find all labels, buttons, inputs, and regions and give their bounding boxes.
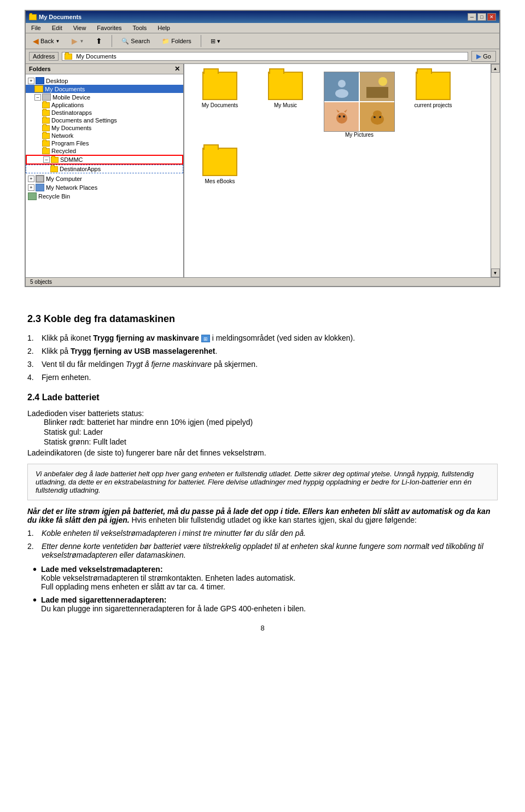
- note-box: Vi anbefaler deg å lade batteriet helt o…: [27, 464, 498, 500]
- close-button[interactable]: ✕: [487, 13, 496, 21]
- menu-file[interactable]: File: [29, 24, 43, 32]
- page-number: 8: [27, 624, 498, 632]
- numbered2-text-2: Etter denne korte ventetiden bør batteri…: [42, 542, 498, 559]
- file-item-current-projects[interactable]: current projects: [403, 69, 463, 140]
- address-input[interactable]: My Documents: [62, 52, 468, 61]
- battery-item-2: Statisk gul: Lader: [44, 428, 498, 436]
- tree-item-applications[interactable]: Applications: [26, 101, 183, 109]
- back-dropdown-icon[interactable]: ▼: [55, 39, 60, 44]
- warning-text: Når det er lite strøm igjen på batteriet…: [27, 507, 498, 524]
- address-bar: Address My Documents ▶ Go: [26, 49, 499, 64]
- tree-item-docs-settings[interactable]: Documents and Settings: [26, 116, 183, 124]
- toolbar-separator-1: [112, 35, 112, 47]
- go-button[interactable]: ▶ Go: [471, 51, 496, 62]
- tree-item-mobile-device[interactable]: – Mobile Device: [26, 93, 183, 101]
- svg-rect-4: [366, 87, 388, 98]
- step-4-text: Fjern enheten.: [42, 373, 91, 382]
- scroll-track: [491, 73, 500, 268]
- tree-item-my-documents-sub[interactable]: My Documents: [26, 124, 183, 132]
- bullet-title-2: Lade med sigarettenneradapteren:: [41, 595, 167, 604]
- menu-edit[interactable]: Edit: [50, 24, 65, 32]
- search-button[interactable]: 🔍 Search: [118, 36, 154, 46]
- maximize-button[interactable]: □: [477, 13, 486, 21]
- bullet-content-2: Lade med sigarettenneradapteren: Du kan …: [41, 595, 498, 613]
- my-documents-sub-icon: [42, 125, 50, 131]
- tree-item-sdmmc[interactable]: – SDMMC: [26, 155, 183, 165]
- svg-point-7: [336, 113, 347, 124]
- scroll-up-button[interactable]: ▲: [491, 64, 500, 73]
- svg-point-9: [343, 115, 345, 118]
- forward-button[interactable]: ▶ ▼: [68, 35, 88, 47]
- folders-panel: Folders ✕ + Desktop My Documents –: [26, 64, 184, 277]
- photo-cell-2: [360, 72, 394, 101]
- my-pictures-label: My Pictures: [345, 132, 374, 138]
- battery-note: Ladeindikatoren (de siste to) fungerer b…: [27, 448, 498, 457]
- menu-favorites[interactable]: Favorites: [95, 24, 124, 32]
- forward-dropdown-icon[interactable]: ▼: [79, 39, 84, 44]
- folders-button[interactable]: 📁 Folders: [158, 36, 195, 46]
- bullet-dot-2: •: [33, 594, 37, 605]
- step-2-num: 2.: [27, 347, 37, 355]
- status-text: 5 objects: [30, 279, 52, 285]
- menu-help[interactable]: Help: [155, 24, 172, 32]
- expand-computer-icon[interactable]: +: [28, 176, 34, 182]
- expand-sdmmc-icon[interactable]: –: [43, 156, 50, 163]
- doc-content: 2.3 Koble deg fra datamaskinen 1. Klikk …: [0, 297, 525, 649]
- expand-desktop-icon[interactable]: +: [28, 78, 34, 84]
- tree-item-network-places[interactable]: + My Network Places: [26, 183, 183, 192]
- step-3-num: 3.: [27, 360, 37, 369]
- expand-mobile-icon[interactable]: –: [34, 94, 41, 101]
- menu-view[interactable]: View: [71, 24, 89, 32]
- minimize-button[interactable]: ─: [468, 13, 476, 21]
- my-music-label: My Music: [274, 102, 297, 108]
- my-documents-label: My Documents: [202, 102, 238, 108]
- page-number-value: 8: [260, 624, 264, 632]
- tree-item-program-files[interactable]: Program Files: [26, 139, 183, 147]
- section-title-2-3: 2.3 Koble deg fra datamaskinen: [27, 313, 498, 325]
- tree-item-recycle-bin[interactable]: Recycle Bin: [26, 192, 183, 201]
- folders-tree: + Desktop My Documents – Mobile Device: [26, 74, 183, 277]
- numbered2-num-2: 2.: [27, 542, 37, 559]
- file-item-my-documents[interactable]: My Documents: [190, 69, 250, 140]
- section-title-2-4: 2.4 Lade batteriet: [27, 393, 498, 402]
- step-3-text: Vent til du får meldingen Trygt å fjerne…: [42, 360, 258, 369]
- views-button[interactable]: ⊞ ▾: [207, 36, 224, 46]
- battery-item-3: Statisk grønn: Fullt ladet: [44, 437, 498, 446]
- warning-normal: Hvis enheten blir fullstendig utladet og…: [132, 516, 417, 524]
- expand-network-icon[interactable]: +: [28, 184, 34, 191]
- tree-item-destinatorapps[interactable]: Destinatorapps: [26, 109, 183, 116]
- menu-bar: File Edit View Favorites Tools Help: [26, 23, 499, 33]
- back-button[interactable]: ◀ Back ▼: [29, 35, 63, 47]
- menu-tools[interactable]: Tools: [131, 24, 149, 32]
- up-button[interactable]: ⬆: [92, 35, 106, 47]
- tree-item-network[interactable]: Network: [26, 132, 183, 139]
- tree-item-recycled[interactable]: Recycled: [26, 147, 183, 155]
- svg-point-1: [338, 80, 346, 87]
- tree-item-desktop[interactable]: + Desktop: [26, 77, 183, 85]
- numbered2-num-1: 1.: [27, 529, 37, 538]
- file-item-mes-ebooks[interactable]: Mes eBooks: [190, 145, 250, 186]
- file-item-my-music[interactable]: My Music: [255, 69, 316, 140]
- tree-item-destinatorapps-sub[interactable]: DestinatorApps: [26, 165, 183, 173]
- go-arrow-icon: ▶: [476, 52, 481, 60]
- address-label: Address: [29, 52, 59, 61]
- files-scrollbar: ▲ ▼: [491, 64, 499, 277]
- title-bar-left: My Documents: [29, 14, 81, 20]
- back-arrow-icon: ◀: [33, 37, 39, 45]
- folders-panel-title: Folders: [29, 66, 51, 72]
- tree-item-my-documents[interactable]: My Documents: [26, 85, 183, 93]
- search-label: Search: [131, 38, 150, 44]
- window-icon: [29, 14, 37, 20]
- address-value: My Documents: [76, 53, 116, 60]
- current-projects-folder-icon: [416, 72, 451, 100]
- explorer-body: Folders ✕ + Desktop My Documents –: [26, 64, 499, 277]
- scroll-down-button[interactable]: ▼: [491, 268, 500, 277]
- step-4-num: 4.: [27, 373, 37, 382]
- tree-item-my-computer[interactable]: + My Computer: [26, 174, 183, 183]
- step-4: 4. Fjern enheten.: [27, 373, 498, 382]
- numbered2-text-1: Koble enheten til vekselstrømadapteren i…: [42, 529, 306, 538]
- folders-panel-close[interactable]: ✕: [174, 65, 180, 73]
- sdmmc-folder-icon: [51, 157, 59, 163]
- file-item-my-pictures[interactable]: My Pictures: [321, 69, 398, 140]
- network-places-icon: [36, 184, 44, 191]
